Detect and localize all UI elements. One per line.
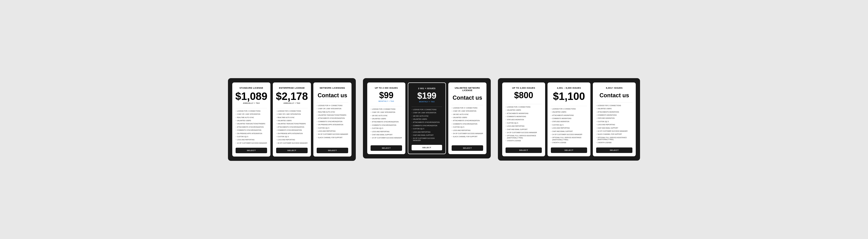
feature-item: REALTIME AUTO-SYNC (276, 116, 308, 119)
feature-item: ON-PREMISE APPS INTEGRATION (236, 132, 267, 135)
plan-card-monthly-large: 2 001 + ISSUES$199MONTHLY + TAXLICENSE F… (408, 82, 446, 154)
feature-item: ATTACHMENTS MIGRATIONS (551, 114, 587, 117)
feature-item: 2 WAY OR 1 WAY INTEGRATION (317, 107, 348, 110)
feature-item: UNLIMITED USERS (236, 119, 267, 122)
features-list: LICENSE FOR 2 CONNECTIONSUNLIMITED USERS… (505, 106, 542, 144)
plan-period: ANNUALLY + TAX (243, 102, 260, 104)
feature-item: SLACK CHANNEL FOR SUPPORT (452, 135, 483, 138)
feature-item: CHAT AND EMAIL SUPPORT (596, 127, 632, 130)
feature-item: 2 WAY OR 1 WAY INTEGRATION (411, 111, 442, 114)
feature-item: 3H OF CUSTOMER SUCCESS MANAGER (317, 133, 348, 136)
feature-item: LICENSE FOR 2 CONNECTIONS (371, 108, 402, 111)
feature-item: LICENSE FOR 2 CONNECTIONS (596, 104, 632, 107)
feature-item: LICENSE FOR 4 CONNECTIONS (276, 110, 308, 113)
feature-item: 3 MONTH LICENSE (505, 139, 542, 142)
features-list: LICENSE FOR 4 CONNECTIONS2 WAY OR 1 WAY … (276, 110, 308, 145)
select-button-standard[interactable]: SELECT (236, 148, 267, 153)
feature-item: LICENSE FOR 2 CONNECTIONS (551, 108, 587, 111)
feature-item: UNLIMITED USERS (505, 109, 542, 112)
select-button-annual-medium[interactable]: SELECT (551, 148, 587, 153)
plan-price: Contact us (599, 92, 629, 98)
feature-item: 2 WAY OR 1 WAY INTEGRATION (236, 113, 267, 116)
plan-label: ENTERPRISE LICENSE (279, 87, 305, 89)
feature-item: LOGS AND REPORTING (411, 131, 442, 134)
feature-item: LOGS AND REPORTING (452, 129, 483, 132)
feature-item: 2H OF CUSTOMER SUCCESS MANAGER (452, 132, 483, 135)
plan-card-annual-large: 8,001+ ISSUESContact usLICENSE FOR 2 CON… (593, 82, 636, 156)
divider (505, 104, 542, 104)
feature-item: 1H OF CUSTOMER SUCCESS MANAGER (505, 131, 542, 134)
features-list: LICENSE FOR 2 CONNECTIONSUNLIMITED USERS… (551, 108, 587, 144)
plan-price: $1,089 (235, 91, 268, 102)
plan-card-standard: STANDARD LICENSE$1,089ANNUALLY + TAXLICE… (232, 82, 271, 157)
select-button-monthly-large[interactable]: SELECT (411, 145, 442, 150)
feature-item: LOGS AND REPORTING (596, 123, 632, 127)
feature-item: COMMENTS SYNCHRONIZATION (317, 120, 348, 123)
feature-item: SLACK CHANNEL FOR SUPPORT (317, 136, 348, 139)
select-button-monthly-small[interactable]: SELECT (371, 145, 402, 151)
feature-item: 180 SEC AUTO-SYNC (411, 115, 442, 118)
select-button-monthly-unlimited[interactable]: SELECT (452, 145, 483, 151)
features-list: LICENSE FOR 2 CONNECTIONSUNLIMITED USERS… (596, 104, 632, 144)
feature-item: 2 WAY OR 1 WAY INTEGRATION (276, 113, 308, 116)
feature-item: CUSTOM JQL'S (371, 127, 402, 130)
plan-price: $99 (379, 91, 394, 100)
feature-item: LOGS AND REPORTING (505, 125, 542, 128)
feature-item: CUSTOM JQL'S (551, 124, 587, 127)
plan-period: MONTHLY + TAX (378, 100, 394, 102)
plan-price: $199 (417, 91, 436, 100)
pricing-group-group2: UP TO 2 000 ISSUES$99MONTHLY + TAXLICENS… (363, 78, 491, 158)
select-button-network[interactable]: SELECT (317, 148, 348, 153)
feature-item: CHAT AND EMAIL SUPPORT (551, 130, 587, 133)
feature-item: LICENSE FOR 2 CONNECTIONS (236, 110, 267, 113)
feature-item: ATTACHMENTS MIGRATIONS (596, 111, 632, 114)
feature-item: LOGS AND REPORTING (371, 130, 402, 133)
feature-item: CUSTOM JQL'S (505, 122, 542, 125)
feature-item: UNLIMITED TASKS/ACTIONS/TRIDERS (236, 122, 267, 126)
feature-item: SLACK CHANNEL FOR SUPPORT (596, 133, 632, 136)
feature-item: 180 SEC AUTO-SYNC (452, 113, 483, 116)
feature-item: 1H OF CUSTOMER SUCCESS MANAGER (371, 136, 402, 139)
plan-label: 2 001 + ISSUES (418, 87, 436, 90)
divider (236, 108, 267, 108)
plan-card-annual-small: UP TO 2,000 ISSUES$800LICENSE FOR 2 CONN… (502, 82, 545, 156)
feature-item: ATTACHMENTS SYNCHRONIZATION (411, 121, 442, 124)
feature-item: 2 WAY OR 1 WAY INTEGRATION (371, 111, 402, 114)
feature-item: OPTIONAL FULL SERVICE ASSISTANCE (ADDITI… (505, 134, 542, 139)
pricing-group-group1: STANDARD LICENSE$1,089ANNUALLY + TAXLICE… (228, 78, 356, 161)
feature-item: ATTACHMENTS SYNCHRONIZATION (452, 119, 483, 122)
plan-label: STANDARD LICENSE (240, 87, 263, 89)
select-button-enterprise[interactable]: SELECT (276, 148, 308, 153)
plan-price: $800 (514, 91, 533, 100)
feature-item: LOGS AND REPORTING (236, 138, 267, 141)
feature-item: COMMENTS MIGRATIONS (551, 117, 587, 120)
feature-item: COMMENTS SYNCHRONIZATION (452, 123, 483, 126)
feature-item: LICENSE FOR 4+ CONNECTIONS (452, 107, 483, 110)
feature-item: STATUSES MIGRATION (505, 118, 542, 122)
feature-item: CHAT AND EMAIL SUPPORT (505, 128, 542, 131)
feature-item: LICENSE FOR 2 CONNECTIONS (505, 106, 542, 109)
feature-item: UNLIMITED TASKS/ACTIONS/TRIDERS (276, 122, 308, 126)
feature-item: ON-PREMISE APPS INTEGRATION (276, 132, 308, 135)
feature-item: UNLIMITED USERS (371, 117, 402, 121)
divider (452, 105, 483, 105)
feature-item: COMMENTS SYNCHRONIZATION (276, 129, 308, 132)
feature-item: LOGS AND REPORTING (317, 130, 348, 133)
select-button-annual-small[interactable]: SELECT (505, 148, 542, 153)
feature-item: 1H OF CUSTOMER SUCCESS MANAGER (596, 130, 632, 133)
pricing-page: STANDARD LICENSE$1,089ANNUALLY + TAXLICE… (228, 78, 640, 161)
select-button-annual-large[interactable]: SELECT (596, 148, 632, 153)
plan-price: Contact us (453, 95, 482, 101)
plan-card-enterprise: ENTERPRISE LICENSE$2,178ANNUALLY + TAXLI… (273, 82, 311, 157)
plan-period: ANNUALLY + TAX (283, 102, 300, 104)
plan-label: 8,001+ ISSUES (606, 87, 623, 89)
feature-item: 2 WAY OR 1 WAY INTEGRATION (452, 110, 483, 113)
feature-item: REALTIME AUTO-SYNC (236, 116, 267, 119)
plan-card-network: NETWORK LICENSINGContact usLICENSE FOR 4… (313, 82, 351, 157)
feature-item: 1H OF CUSTOMER SUCCESS MANAGER (551, 133, 587, 136)
feature-item: STATUSES MIGRATION (551, 120, 587, 123)
feature-item: 1H OF CUSTOMER SUCCESS MANAGER (236, 142, 267, 145)
plan-price: Contact us (318, 92, 347, 98)
plan-label: 2,001 – 8,000 ISSUES (557, 87, 581, 89)
feature-item: 180 SEC AUTO-SYNC (371, 114, 402, 117)
